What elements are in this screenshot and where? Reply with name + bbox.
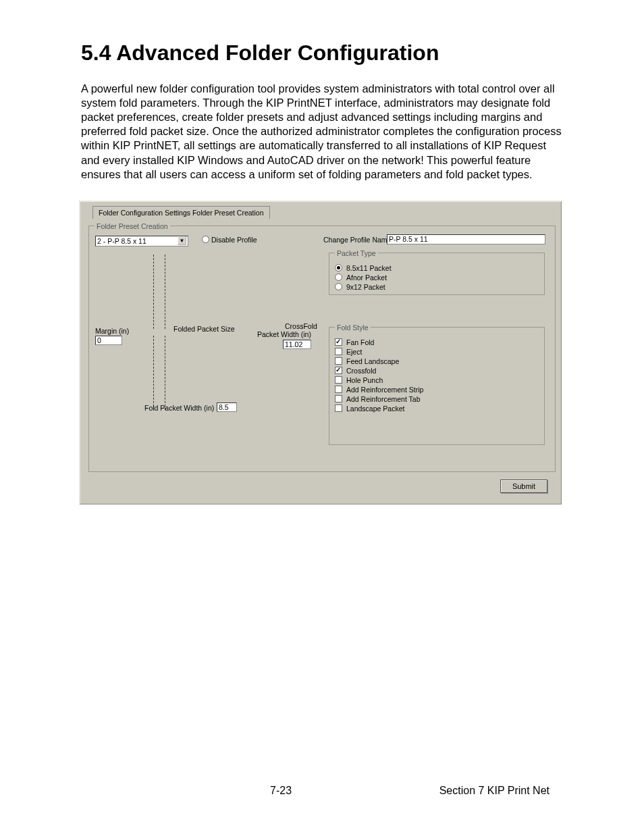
crossfold-packet-width-input[interactable]: 11.02: [283, 340, 311, 349]
crossfold-packet-width-label: Packet Width (in): [257, 330, 311, 338]
disable-profile-label: Disable Profile: [211, 236, 257, 244]
intro-paragraph: A powerful new folder configuration tool…: [81, 82, 563, 182]
radio-icon: [335, 264, 342, 271]
submit-button[interactable]: Submit: [500, 479, 547, 493]
packet-type-option-label: 9x12 Packet: [346, 283, 385, 291]
radio-icon: [335, 273, 342, 281]
fold-diagram: [148, 255, 236, 417]
section-heading: 5.4 Advanced Folder Configuration: [81, 41, 563, 66]
fold-style-group: Fold Style Fan Fold Eject Feed Landscape…: [329, 323, 545, 445]
change-profile-name-input[interactable]: P-P 8.5 x 11: [387, 234, 545, 244]
margin-input[interactable]: 0: [95, 336, 122, 345]
fold-style-hole-punch[interactable]: Hole Punch: [335, 376, 539, 384]
fold-style-landscape-packet[interactable]: Landscape Packet: [335, 405, 539, 413]
fold-style-eject[interactable]: Eject: [335, 348, 539, 356]
fold-line-icon: [153, 255, 154, 329]
fold-packet-width-label: Fold Packet Width (in): [144, 404, 214, 412]
checkbox-icon: [335, 367, 342, 374]
checkbox-icon: [335, 405, 342, 412]
profile-select-value: 2 - P-P 8.5 x 11: [97, 236, 146, 246]
fold-style-reinforcement-tab[interactable]: Add Reinforcement Tab: [335, 395, 539, 403]
packet-type-group: Packet Type 8.5x11 Packet Afnor Packet 9…: [329, 249, 545, 295]
fold-line-icon: [165, 336, 165, 410]
packet-type-option-label: 8.5x11 Packet: [346, 264, 392, 272]
radio-icon: [335, 283, 342, 290]
packet-type-option-label: Afnor Packet: [346, 273, 387, 282]
checkbox-icon: [335, 376, 342, 384]
fold-style-crossfold[interactable]: Crossfold: [335, 367, 539, 375]
packet-type-legend: Packet Type: [335, 249, 378, 257]
margin-label: Margin (in): [95, 327, 129, 335]
packet-type-option-afnor[interactable]: Afnor Packet: [335, 273, 539, 282]
change-profile-name-label: Change Profile Name:: [323, 236, 393, 244]
fold-line-icon: [153, 336, 154, 410]
checkbox-icon: [335, 348, 342, 355]
packet-type-option-85x11[interactable]: 8.5x11 Packet: [335, 264, 539, 272]
fold-style-legend: Fold Style: [335, 323, 371, 332]
footer-page-number: 7-23: [270, 785, 292, 797]
tab-folder-preset-creation[interactable]: Folder Configuration Settings Folder Pre…: [92, 206, 270, 219]
footer-section-label: Section 7 KIP Print Net: [439, 785, 549, 797]
packet-type-option-9x12[interactable]: 9x12 Packet: [335, 283, 539, 291]
checkbox-icon: [335, 338, 342, 346]
disable-profile-checkbox[interactable]: Disable Profile: [202, 236, 257, 244]
fold-packet-width-input[interactable]: 8.5: [217, 402, 237, 412]
fold-style-fan-fold[interactable]: Fan Fold: [335, 338, 539, 346]
fold-style-feed-landscape[interactable]: Feed Landscape: [335, 357, 539, 365]
folder-preset-creation-legend: Folder Preset Creation: [95, 222, 170, 230]
disable-profile-radio-icon: [202, 236, 209, 243]
crossfold-label: CrossFold: [285, 322, 317, 330]
profile-select[interactable]: 2 - P-P 8.5 x 11 ▼: [95, 236, 188, 246]
checkbox-icon: [335, 395, 342, 402]
folded-packet-size-label: Folded Packet Size: [173, 325, 234, 333]
checkbox-icon: [335, 386, 342, 393]
chevron-down-icon[interactable]: ▼: [178, 236, 186, 245]
page-footer: 7-23 Section 7 KIP Print Net: [81, 785, 563, 797]
fold-style-reinforcement-strip[interactable]: Add Reinforcement Strip: [335, 386, 539, 394]
config-screenshot: Folder Configuration Settings Folder Pre…: [79, 201, 562, 504]
fold-line-icon: [165, 255, 165, 329]
checkbox-icon: [335, 357, 342, 365]
